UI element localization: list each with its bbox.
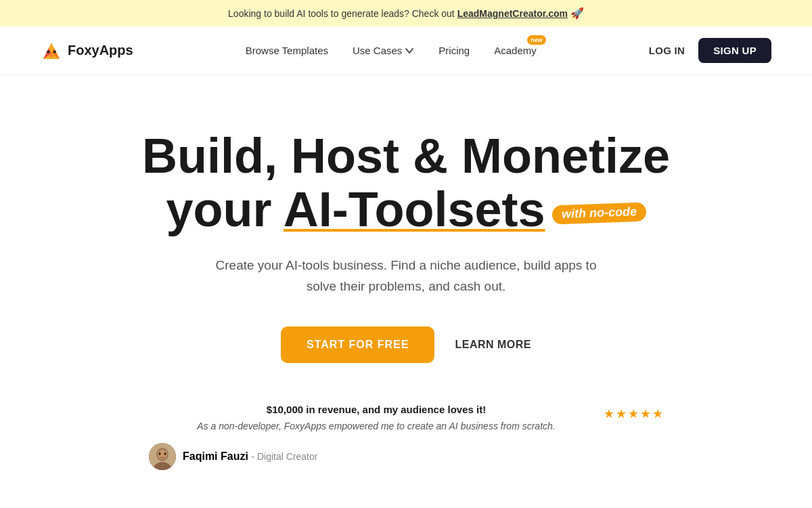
nav-academy[interactable]: Academy: [494, 45, 537, 56]
hero-title: Build, Host & Monetize your AI-Toolsetsw…: [142, 129, 670, 236]
hero-section: Build, Host & Monetize your AI-Toolsetsw…: [0, 75, 812, 497]
testimonial-author: Faqimi Fauzi - Digital Creator: [149, 443, 604, 470]
star-5: ★: [652, 406, 663, 421]
avatar: [149, 443, 176, 470]
hero-no-code-badge: with no-code: [551, 203, 646, 225]
navbar: FoxyApps Browse Templates Use Cases Pric…: [0, 26, 812, 75]
testimonial: $10,000 in revenue, and my audience love…: [135, 404, 677, 470]
hero-title-highlight: AI-Toolsets: [284, 182, 545, 236]
start-free-button[interactable]: START FOR FREE: [281, 326, 434, 363]
svg-point-3: [47, 50, 49, 53]
signup-button[interactable]: SIGN UP: [698, 38, 771, 63]
login-button[interactable]: LOG IN: [649, 45, 685, 56]
testimonial-title: $10,000 in revenue, and my audience love…: [149, 404, 604, 415]
hero-title-line2-prefix: your: [166, 182, 283, 236]
testimonial-text: As a non-developer, FoxyApps empowered m…: [149, 419, 604, 433]
testimonial-content: $10,000 in revenue, and my audience love…: [149, 404, 604, 470]
logo-text: FoxyApps: [68, 43, 133, 58]
star-rating: ★ ★ ★ ★ ★: [604, 404, 663, 421]
svg-point-11: [164, 452, 166, 455]
star-4: ★: [640, 406, 651, 421]
learn-more-button[interactable]: LEARN MORE: [455, 339, 531, 351]
star-3: ★: [628, 406, 639, 421]
author-role: - Digital Creator: [251, 451, 317, 462]
star-2: ★: [616, 406, 627, 421]
nav-pricing[interactable]: Pricing: [438, 45, 470, 56]
announcement-emoji: 🚀: [570, 7, 584, 19]
nav-use-cases[interactable]: Use Cases: [353, 45, 414, 56]
logo[interactable]: FoxyApps: [41, 40, 133, 62]
hero-buttons: START FOR FREE LEARN MORE: [281, 326, 531, 363]
nav-browse-templates[interactable]: Browse Templates: [246, 45, 328, 56]
chevron-down-icon: [405, 46, 414, 56]
announcement-link[interactable]: LeadMagnetCreator.com: [457, 8, 568, 19]
announcement-text: Looking to build AI tools to generate le…: [228, 8, 457, 19]
academy-new-badge: new: [527, 35, 546, 45]
avatar-svg: [149, 443, 176, 470]
hero-title-line1: Build, Host & Monetize: [142, 129, 670, 183]
svg-point-4: [53, 50, 56, 53]
star-1: ★: [604, 406, 614, 421]
author-name: Faqimi Fauzi - Digital Creator: [183, 450, 317, 463]
logo-icon: [41, 40, 62, 62]
svg-point-10: [159, 452, 161, 455]
nav-academy-wrapper: Academy new: [494, 45, 537, 56]
hero-subtitle: Create your AI-tools business. Find a ni…: [203, 255, 609, 297]
nav-links: Browse Templates Use Cases Pricing Acade…: [246, 45, 537, 56]
nav-auth: LOG IN SIGN UP: [649, 38, 771, 63]
announcement-bar: Looking to build AI tools to generate le…: [0, 0, 812, 26]
